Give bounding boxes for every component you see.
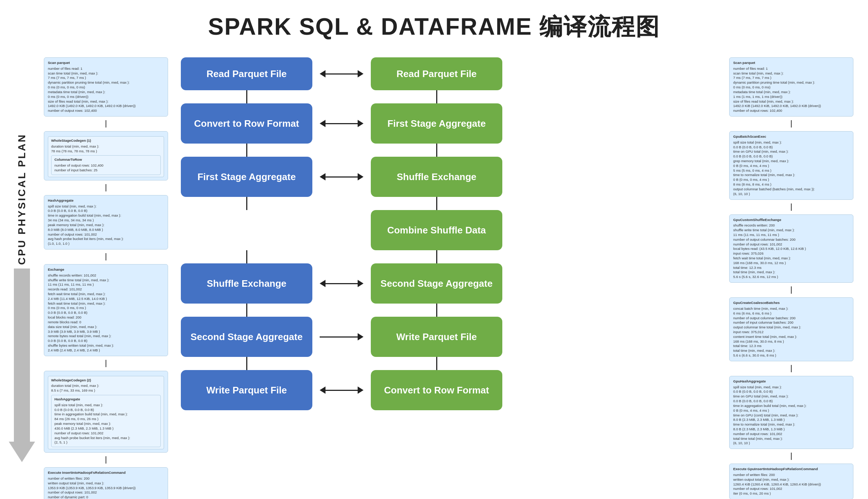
connector-row-2 bbox=[175, 144, 718, 157]
bidir-arrow-left-3 bbox=[320, 173, 326, 180]
center-first-stage-col: First Stage Aggregate bbox=[175, 157, 318, 197]
plan-columnar-to-row: ColumnarToRow number of output rows: 102… bbox=[51, 155, 161, 175]
page: SPARK SQL & DATAFRAME 编译流程图 CPU PHYSICAL… bbox=[0, 0, 868, 499]
arrow-shaft bbox=[14, 268, 30, 442]
bidir-arrow-left-1 bbox=[320, 70, 326, 77]
arrow-col-3 bbox=[318, 173, 365, 180]
plan-execute-detail: number of written files: 200written outp… bbox=[48, 476, 164, 499]
plan-exchange-title: Exchange bbox=[48, 267, 164, 272]
plan-box-exchange: Exchange shuffle records written: 101,00… bbox=[44, 264, 168, 356]
right-convert-row-node: Convert to Row Format bbox=[371, 370, 502, 410]
plan-box-scan-r: Scan parquet number of files read: 1scan… bbox=[729, 57, 853, 117]
arrow-col-4 bbox=[318, 280, 365, 287]
bidir-arrow-6 bbox=[320, 386, 363, 394]
plan-execute-r-detail: number of written files: 200written outp… bbox=[733, 473, 849, 496]
center-write-parquet-col: Write Parquet File bbox=[175, 370, 318, 410]
connector-row-1 bbox=[175, 90, 718, 103]
flow-section: Read Parquet File Read bbox=[175, 54, 861, 499]
plan-box-gpu-hash-agg: GpuHashAggregate spill size total (min, … bbox=[729, 376, 853, 449]
plan-hash-agg-2: HashAggregate spill size total (min, med… bbox=[51, 395, 161, 447]
plan-connector-r2 bbox=[791, 203, 792, 211]
level-1-row: Read Parquet File Read bbox=[175, 57, 718, 90]
arrow-head bbox=[9, 442, 35, 462]
right-only-arrow-5 bbox=[320, 333, 363, 340]
connector-row-3b bbox=[175, 250, 718, 263]
plan-wholestage2-title: WholeStageCodegen (2) bbox=[51, 378, 161, 383]
right-read-parquet-node: Read Parquet File bbox=[371, 57, 502, 90]
v-line-center-5 bbox=[246, 357, 247, 370]
bidir-arrow-2 bbox=[320, 120, 363, 127]
plan-gpu-batch-title: GpuBatchScanExec bbox=[733, 134, 849, 139]
plan-scan-r-detail: number of files read: 1scan time total (… bbox=[733, 66, 849, 113]
left-plan: Scan parquet number of files read: 1scan… bbox=[37, 54, 175, 499]
plan-wholestage2-detail: duration total (min, med, max ):8.5 s (7… bbox=[51, 384, 161, 393]
bidir-arrow-1 bbox=[320, 70, 363, 77]
plan-connector-r1 bbox=[791, 120, 792, 127]
connector-row-5 bbox=[175, 357, 718, 370]
plan-connector-2 bbox=[106, 184, 106, 191]
plan-wholestage2-inner: WholeStageCodegen (2) duration total (mi… bbox=[48, 376, 164, 450]
plan-gpu-coalesce-title: GpuCreateCoalesceBatches bbox=[733, 301, 849, 305]
arrow-col-6 bbox=[318, 386, 365, 394]
plan-connector-r3 bbox=[791, 286, 792, 294]
center-shuffle-node: Shuffle Exchange bbox=[181, 263, 312, 304]
bidir-arrow-left-2 bbox=[320, 120, 326, 127]
plan-hash-title: HashAggregate bbox=[48, 198, 164, 203]
plan-scan-r-title: Scan parquet bbox=[733, 61, 849, 65]
plan-gpu-batch-detail: spill size total (min, med, max ):0.0 B … bbox=[733, 140, 849, 197]
v-line-right-1 bbox=[436, 90, 437, 103]
connector-row-4 bbox=[175, 304, 718, 317]
bidir-arrow-right-3 bbox=[358, 173, 363, 180]
plan-scan-title: Scan parquet bbox=[48, 61, 164, 65]
v-line-right-3b bbox=[436, 250, 437, 263]
arrow-col-1 bbox=[318, 70, 365, 77]
right-convert-row-col: Convert to Row Format bbox=[365, 370, 508, 410]
right-first-stage-col: First Stage Aggregate bbox=[365, 103, 508, 144]
main-content: CPU PHYSICAL PLAN Scan parquet number of… bbox=[0, 50, 868, 499]
v-line-right-5 bbox=[436, 357, 437, 370]
bidir-line-6 bbox=[326, 390, 358, 391]
bidir-line-3 bbox=[326, 176, 358, 178]
plan-box-gpu-coalesce: GpuCreateCoalesceBatches concat batch ti… bbox=[729, 297, 853, 361]
right-first-stage-node: First Stage Aggregate bbox=[371, 103, 502, 144]
v-line-center-1 bbox=[246, 90, 247, 103]
center-first-stage-node: First Stage Aggregate bbox=[181, 157, 312, 197]
right-only-line-5 bbox=[320, 336, 358, 338]
plan-gpu-hash-detail: spill size total (min, med, max ):0.0 B … bbox=[733, 385, 849, 446]
left-arrow-section: CPU PHYSICAL PLAN bbox=[7, 54, 37, 499]
plan-box-wholestage-2: WholeStageCodegen (2) duration total (mi… bbox=[44, 371, 168, 453]
right-write-parquet-node: Write Parquet File bbox=[371, 317, 502, 357]
right-shuffle-node: Shuffle Exchange bbox=[371, 157, 502, 197]
center-convert-row-col: Convert to Row Format bbox=[175, 103, 318, 144]
right-shuffle-col: Shuffle Exchange bbox=[365, 157, 508, 197]
plan-connector-1 bbox=[106, 120, 106, 127]
plan-connector-r5 bbox=[791, 453, 792, 460]
page-title: SPARK SQL & DATAFRAME 编译流程图 bbox=[0, 0, 868, 50]
right-second-stage-node: Second Stage Aggregate bbox=[371, 263, 502, 304]
center-second-stage-col: Second Stage Aggregate bbox=[175, 317, 318, 357]
bidir-arrow-3 bbox=[320, 173, 363, 180]
plan-scan-detail: number of files read: 1scan time total (… bbox=[48, 66, 164, 113]
plan-wholestage-title: WholeStageCodegen (1) bbox=[51, 138, 161, 143]
right-combine-shuffle-node: Combine Shuffle Data bbox=[371, 210, 502, 250]
plan-gpu-coalesce-detail: concat batch time (min, med, max ):6 ms … bbox=[733, 306, 849, 358]
level-5-row: Second Stage Aggregate Write Parquet Fil… bbox=[175, 317, 718, 357]
center-shuffle-col: Shuffle Exchange bbox=[175, 263, 318, 304]
levels-container: Read Parquet File Read bbox=[175, 54, 718, 410]
plan-wholestage-inner: WholeStageCodegen (1) duration total (mi… bbox=[48, 136, 164, 177]
level-4-row: Shuffle Exchange Second Stage Aggregate bbox=[175, 263, 718, 304]
right-read-parquet-col: Read Parquet File bbox=[365, 57, 508, 90]
bidir-line-4 bbox=[326, 283, 358, 284]
plan-box-wholestage-1: WholeStageCodegen (1) duration total (mi… bbox=[44, 131, 168, 180]
plan-gpu-hash-title: GpuHashAggregate bbox=[733, 379, 849, 384]
plan-connector-5 bbox=[106, 456, 106, 464]
right-only-head-5 bbox=[358, 333, 363, 340]
far-right-plan: Scan parquet number of files read: 1scan… bbox=[722, 54, 861, 499]
plan-exchange-detail: shuffle records written: 101,002shuffle … bbox=[48, 273, 164, 353]
bidir-arrow-4 bbox=[320, 280, 363, 287]
plan-box-gpu-shuffle: GpuCustomShuffleExchange shuffle records… bbox=[729, 214, 853, 283]
arrow-col-2 bbox=[318, 120, 365, 127]
plan-box-gpu-batch: GpuBatchScanExec spill size total (min, … bbox=[729, 131, 853, 200]
plan-box-execute-insert: Execute InsertIntoHadoopFsRelationComman… bbox=[44, 467, 168, 499]
v-line-center-3b bbox=[246, 250, 247, 263]
